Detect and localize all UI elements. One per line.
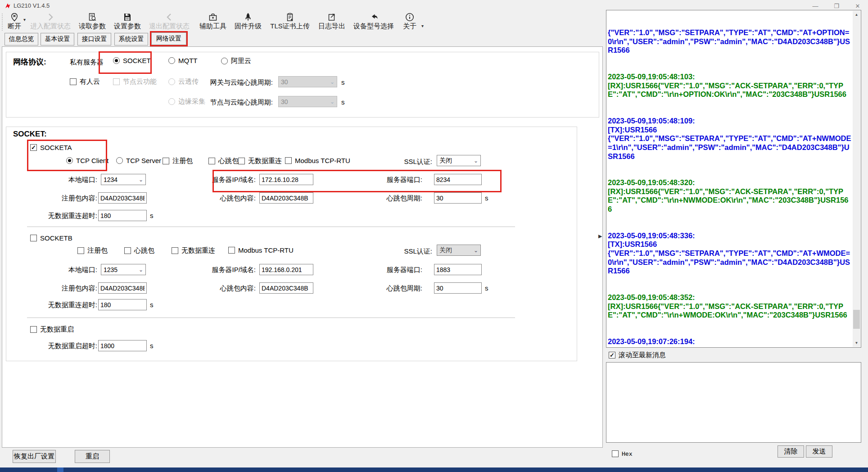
hb-content-input-b[interactable] [259, 282, 313, 294]
server-port-input-b[interactable] [434, 264, 482, 275]
toolbar-firmware-upgrade[interactable]: 固件升级 [232, 12, 264, 32]
toolbar-log-export[interactable]: 日志导出 [316, 12, 348, 32]
server-ip-label-a: 服务器IP/域名: [182, 176, 256, 184]
log-scrollbar[interactable]: ▲ ▼ [853, 11, 860, 347]
log-viewer[interactable]: {"VER":"1.0","MSG":"SETPARA","TYPE":"AT"… [606, 10, 861, 348]
local-port-label-b: 本地端口: [29, 266, 97, 274]
hb-period-label-a: 心跳包周期: [358, 194, 422, 203]
scroll-down-icon[interactable]: ▼ [853, 339, 860, 347]
checkbox-heartbeat-a[interactable]: 心跳包 [208, 157, 239, 165]
ssl-select-a[interactable]: 关闭 ⌄ [437, 155, 481, 166]
private-server-label: 私有服务器 [70, 58, 104, 67]
log-export-icon [327, 12, 337, 22]
toolbar-set-params[interactable]: 设置参数 [112, 12, 143, 32]
tab-system-settings[interactable]: 系统设置 [114, 33, 148, 45]
divider [27, 227, 515, 227]
toolbar-read-params[interactable]: 读取参数 [77, 12, 108, 32]
ssl-label-a: SSL认证: [376, 158, 432, 166]
tab-port-settings[interactable]: 接口设置 [77, 33, 111, 45]
checkbox-socketa[interactable]: ✓ SOCKETA [30, 144, 72, 151]
log-entry: 2023-05-09,19:05:48:336: [TX]:USR1566 {"… [608, 231, 852, 276]
chevron-down-icon: ⌄ [330, 99, 335, 104]
local-port-combo-b[interactable]: 1235 ⌄ [101, 264, 146, 275]
tab-basic-settings[interactable]: 基本设置 [41, 33, 74, 45]
local-port-combo-a[interactable]: 1234 ⌄ [101, 174, 146, 185]
radio-alicloud[interactable]: 阿里云 [221, 57, 251, 65]
no-data-timeout-label-a: 无数据重连超时: [20, 212, 97, 220]
log-entry: 2023-05-09,19:05:48:352: [RX]:USR1566{"V… [608, 293, 852, 320]
reg-content-label-a: 注册包内容: [29, 194, 97, 203]
log-entry: {"VER":"1.0","MSG":"SETPARA","TYPE":"AT"… [608, 28, 852, 55]
scroll-up-icon[interactable]: ▲ [853, 11, 860, 18]
checkbox-icon [208, 158, 215, 164]
checkbox-modbus-a[interactable]: Modbus TCP-RTU [285, 157, 350, 164]
checkbox-checked-icon: ✓ [30, 144, 37, 151]
checkbox-no-data-restart[interactable]: 无数据重启 [30, 325, 74, 334]
checkbox-regpkt-b[interactable]: 注册包 [77, 246, 108, 255]
checkbox-modbus-b[interactable]: Modbus TCP-RTU [228, 246, 294, 254]
checkbox-icon [163, 158, 169, 164]
tab-network-settings[interactable]: 网络设置 [151, 32, 186, 45]
reboot-button[interactable]: 重启 [75, 450, 110, 463]
radio-socket[interactable]: SOCKET [113, 57, 151, 64]
radio-mqtt[interactable]: MQTT [168, 57, 198, 64]
checkbox-socketb[interactable]: SOCKETB [30, 234, 72, 242]
checkbox-regpkt-a[interactable]: 注册包 [163, 157, 193, 165]
log-entry: 2023-05-09,19:05:48:109: [TX]:USR1566 {"… [608, 117, 852, 161]
no-data-timeout-input-b[interactable] [98, 299, 147, 310]
server-port-input-a[interactable] [434, 174, 482, 185]
no-data-timeout-input-a[interactable] [98, 210, 147, 221]
caret-down-icon[interactable]: ▾ [421, 24, 424, 28]
radio-tcp-server-a[interactable]: TCP Server [116, 157, 161, 164]
toolbar-disconnect[interactable]: 断开 ▾ [5, 12, 24, 32]
checkbox-icon [238, 158, 245, 164]
log-entry: 2023-05-09,19:05:48:103: [RX]:USR1566{"V… [608, 73, 852, 99]
server-ip-input-b[interactable] [259, 264, 313, 275]
checkbox-icon [285, 157, 292, 164]
gw-heartbeat-label: 网关与云端心跳周期: [191, 78, 273, 87]
toolbar-tls-cert-upload[interactable]: TLS证书上传 [267, 12, 312, 32]
rocket-icon [243, 12, 253, 22]
seconds-label: s [341, 78, 345, 86]
server-ip-label-b: 服务器IP/域名: [182, 266, 256, 274]
chevron-down-icon: ⌄ [474, 158, 478, 163]
send-button[interactable]: 发送 [806, 445, 832, 458]
radio-selected-icon [113, 57, 120, 64]
toolbar-aux-tools[interactable]: 辅助工具 [197, 12, 229, 32]
local-port-label-a: 本地端口: [29, 176, 97, 184]
checkbox-hex[interactable]: Hex [612, 450, 632, 457]
checkbox-scroll-latest[interactable]: ✓ 滚动至最新消息 [609, 351, 666, 359]
gw-heartbeat-select: 30 ⌄ [278, 76, 337, 87]
checkbox-heartbeat-b[interactable]: 心跳包 [124, 246, 154, 255]
caret-down-icon[interactable]: ▾ [23, 18, 26, 22]
back-arrow-icon [369, 12, 379, 22]
reg-content-input-a[interactable] [98, 192, 147, 204]
server-ip-input-a[interactable] [259, 174, 313, 185]
chevron-down-icon: ⌄ [139, 267, 143, 272]
checkbox-icon [124, 247, 131, 254]
seconds-label: s [150, 212, 154, 219]
toolbar-device-model-select[interactable]: 设备型号选择 [351, 12, 396, 32]
checkbox-icon [228, 247, 235, 254]
panel-expand-arrow[interactable]: ▶ [598, 233, 602, 239]
reg-content-label-b: 注册包内容: [29, 284, 97, 293]
hb-content-input-a[interactable] [259, 192, 313, 204]
checkbox-reconnect-b[interactable]: 无数据重连 [172, 246, 215, 255]
hb-period-label-b: 心跳包周期: [358, 284, 422, 293]
toolbar-about[interactable]: 关于 ▾ [400, 12, 420, 32]
restart-timeout-input[interactable] [98, 340, 147, 351]
network-settings-panel: 网络协议: 私有服务器 SOCKET MQTT 阿里云 有人云 节点云功能 云透… [2, 46, 603, 448]
radio-tcp-client-a[interactable]: TCP Client [66, 157, 108, 164]
reg-content-input-b[interactable] [98, 282, 147, 294]
hb-period-input-b[interactable] [434, 282, 482, 294]
tab-info-overview[interactable]: 信息总览 [5, 33, 38, 45]
checkbox-reconnect-a[interactable]: 无数据重连 [238, 157, 282, 165]
scrollbar-thumb[interactable] [853, 310, 860, 329]
clear-button[interactable]: 清除 [778, 445, 804, 458]
send-input[interactable] [606, 362, 861, 443]
seconds-label: s [150, 301, 154, 309]
chevron-down-icon: ⌄ [139, 177, 143, 182]
checkbox-usr-cloud[interactable]: 有人云 [70, 77, 100, 86]
hb-period-input-a[interactable] [434, 192, 482, 204]
factory-reset-button[interactable]: 恢复出厂设置 [13, 450, 56, 463]
